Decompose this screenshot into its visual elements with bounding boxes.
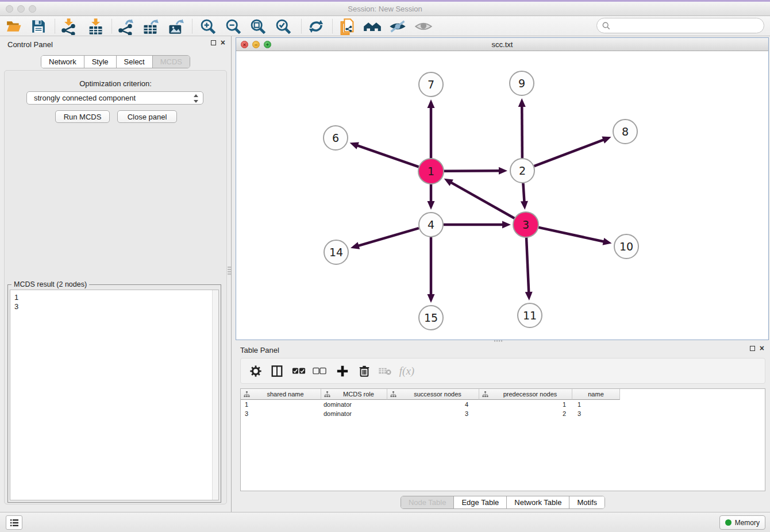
criterion-value: strongly connected component <box>34 94 136 102</box>
first-neighbors-button[interactable] <box>361 17 384 35</box>
show-all-button[interactable] <box>412 17 435 35</box>
tab-mcds[interactable]: MCDS <box>153 56 190 68</box>
result-scrollbar[interactable] <box>212 290 218 500</box>
tab-network-table[interactable]: Network Table <box>507 496 569 508</box>
task-history-button[interactable] <box>6 515 22 530</box>
result-line: 1 <box>14 293 18 302</box>
network-frame-titlebar[interactable]: × − + scc.txt <box>236 38 768 51</box>
toolbar-separator <box>332 19 333 33</box>
export-table-button[interactable] <box>139 17 162 35</box>
memory-label: Memory <box>735 519 760 527</box>
run-mcds-button[interactable]: Run MCDS <box>55 110 110 123</box>
save-session-button[interactable] <box>27 17 50 35</box>
table-panel: Table Panel × <box>236 342 770 512</box>
column-header-mcds-role[interactable]: MCDS role <box>321 389 387 400</box>
select-all-button[interactable] <box>289 363 309 380</box>
zoom-fit-button[interactable] <box>247 17 270 35</box>
graph-arrowhead-2-8 <box>602 136 611 143</box>
tab-edge-table[interactable]: Edge Table <box>454 496 507 508</box>
cell-name: 3 <box>572 410 620 417</box>
network-canvas[interactable]: 7968124314101511 <box>236 51 768 340</box>
tab-style[interactable]: Style <box>84 56 117 68</box>
graph-arrowhead-4-14 <box>351 242 360 249</box>
export-network-icon <box>117 18 134 35</box>
show-columns-button[interactable] <box>267 363 287 380</box>
graph-node-label-3: 3 <box>522 218 529 231</box>
node-table[interactable]: shared name MCDS role successor nodes <box>240 388 765 491</box>
tab-motifs[interactable]: Motifs <box>569 496 605 508</box>
new-network-from-selection-button[interactable] <box>336 17 359 35</box>
chevron-updown-icon <box>193 94 199 105</box>
graph-edge-1-6[interactable] <box>357 145 419 167</box>
export-network-button[interactable] <box>114 17 137 35</box>
mcds-result-box: MCDS result (2 nodes) 1 3 <box>7 284 221 503</box>
eye-slash-icon <box>388 18 407 35</box>
main-toolbar <box>0 16 770 36</box>
graph-edge-3-1[interactable] <box>451 182 515 218</box>
table-row[interactable]: 1 dominator 4 1 1 <box>241 400 765 409</box>
table-toolbar: f(x) <box>240 358 765 384</box>
zoom-out-button[interactable] <box>222 17 245 35</box>
export-table-icon <box>142 18 159 35</box>
search-icon <box>602 22 610 30</box>
zoom-selected-button[interactable] <box>272 17 295 35</box>
column-header-predecessor-nodes[interactable]: predecessor nodes <box>479 389 572 400</box>
deselect-all-button[interactable] <box>310 363 329 380</box>
graph-edge-2-3[interactable] <box>523 183 524 202</box>
toolbar-separator <box>55 19 55 33</box>
close-table-panel-icon[interactable]: × <box>760 345 764 352</box>
table-row[interactable]: 3 dominator 3 2 3 <box>241 409 765 418</box>
criterion-select[interactable]: strongly connected component <box>26 91 203 105</box>
control-panel-title: Control Panel <box>7 40 53 49</box>
vertical-splitter-grip[interactable] <box>228 267 231 276</box>
network-graph[interactable]: 7968124314101511 <box>236 51 768 340</box>
open-folder-icon <box>5 19 22 34</box>
toolbar-separator <box>301 19 302 33</box>
result-line: 3 <box>14 302 18 311</box>
search-field[interactable] <box>596 18 764 33</box>
tab-network[interactable]: Network <box>41 56 84 68</box>
create-column-button[interactable] <box>333 363 352 380</box>
memory-button[interactable]: Memory <box>719 515 765 530</box>
hide-selected-button[interactable] <box>386 17 409 35</box>
attribute-type-icon <box>390 391 396 398</box>
cell-mcds-role: dominator <box>321 401 387 408</box>
graph-edge-1-2[interactable] <box>444 171 500 171</box>
function-builder-button[interactable]: f(x) <box>397 363 417 380</box>
status-bar: Memory <box>0 512 770 532</box>
mcds-panel: Optimization criterion: strongly connect… <box>4 70 227 504</box>
delete-table-button[interactable] <box>375 363 395 380</box>
graph-edge-2-8[interactable] <box>534 140 605 166</box>
graph-edge-2-9[interactable] <box>522 106 522 158</box>
optimization-criterion-label: Optimization criterion: <box>5 79 226 88</box>
graph-arrowhead-3-10 <box>603 238 612 245</box>
tab-node-table[interactable]: Node Table <box>401 496 455 508</box>
column-header-successor-nodes[interactable]: successor nodes <box>387 389 479 400</box>
mcds-result-list[interactable]: 1 3 <box>10 290 219 500</box>
apply-layout-button[interactable] <box>305 17 328 35</box>
graph-arrowhead-4-15 <box>428 294 435 303</box>
cell-predecessor-nodes: 2 <box>479 410 572 417</box>
close-panel-button[interactable]: Close panel <box>117 110 177 123</box>
import-network-button[interactable] <box>57 17 80 35</box>
zoom-in-button[interactable] <box>197 17 220 35</box>
table-settings-button[interactable] <box>246 363 265 380</box>
delete-columns-button[interactable] <box>355 363 374 380</box>
export-image-button[interactable] <box>164 17 187 35</box>
memory-status-icon <box>725 519 732 526</box>
open-session-button[interactable] <box>2 17 25 35</box>
tab-select[interactable]: Select <box>117 56 153 68</box>
control-panel-tabs: Network Style Select MCDS <box>41 55 190 68</box>
column-header-shared-name[interactable]: shared name <box>241 389 321 400</box>
float-table-panel-icon[interactable] <box>750 346 755 351</box>
graph-edge-3-11[interactable] <box>526 237 529 293</box>
column-header-name[interactable]: name <box>572 389 620 400</box>
cell-shared-name: 3 <box>241 410 321 417</box>
graph-edge-3-10[interactable] <box>538 228 604 242</box>
close-panel-icon[interactable]: × <box>221 39 225 46</box>
import-table-button[interactable] <box>84 17 107 35</box>
float-panel-icon[interactable] <box>211 40 216 45</box>
graph-edge-4-14[interactable] <box>357 228 418 246</box>
network-document-icon <box>338 18 356 35</box>
search-input[interactable] <box>613 21 764 30</box>
